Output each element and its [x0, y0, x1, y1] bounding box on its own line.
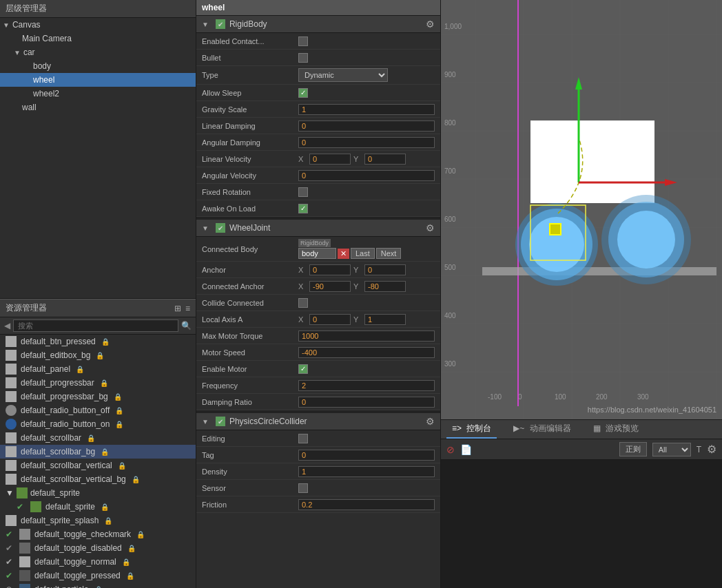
asset-search-input[interactable]: [13, 319, 178, 332]
asset-item[interactable]: default_scrollbar 🔒: [0, 431, 196, 445]
tab-animation[interactable]: ▶~ 动画编辑器: [508, 420, 576, 439]
asset-item[interactable]: default_progressbar_bg 🔒: [0, 390, 196, 403]
motor-speed-input[interactable]: [298, 347, 435, 358]
editing-checkbox[interactable]: [298, 434, 308, 443]
asset-item-label: default_sprite: [45, 502, 95, 512]
tree-item-car[interactable]: ▼ car: [0, 45, 196, 59]
tree-item-wall[interactable]: ▶ wall: [0, 101, 196, 114]
connected-anchor-row: Connected Anchor X Y: [196, 278, 440, 295]
circle-collider-gear[interactable]: ⚙: [426, 416, 435, 427]
wheeljoint-gear[interactable]: ⚙: [426, 222, 435, 233]
asset-menu-icon[interactable]: ≡: [185, 304, 190, 313]
asset-item[interactable]: default_panel 🔒: [0, 362, 196, 376]
density-input[interactable]: [298, 466, 435, 477]
asset-item[interactable]: default_progressbar 🔒: [0, 376, 196, 390]
lock-icon: 🔒: [118, 462, 126, 470]
max-motor-torque-input[interactable]: [298, 330, 435, 342]
tree-item-wheel2[interactable]: ▶ wheel2: [0, 87, 196, 101]
bullet-checkbox[interactable]: [298, 53, 308, 63]
local-axis-x-input[interactable]: [309, 314, 351, 325]
tree-item-main-camera[interactable]: ▶ Main Camera: [0, 32, 196, 45]
asset-icon: [6, 419, 17, 430]
circle-collider-toggle[interactable]: ✔: [216, 417, 225, 426]
rigidbody-gear[interactable]: ⚙: [426, 19, 435, 30]
type-select[interactable]: Dynamic Static Kinematic: [298, 68, 388, 82]
angular-damping-input[interactable]: [298, 137, 435, 148]
linear-damping-input[interactable]: [298, 120, 435, 132]
asset-search-icon[interactable]: 🔍: [181, 321, 192, 330]
asset-item[interactable]: default_btn_pressed 🔒: [0, 335, 196, 348]
anchor-x-input[interactable]: [309, 264, 351, 275]
asset-item[interactable]: ✔ default_toggle_pressed 🔒: [0, 569, 196, 582]
sensor-label: Sensor: [202, 484, 298, 492]
circle-collider-collapse[interactable]: ▼: [202, 418, 209, 426]
clear-icon[interactable]: ⊘: [446, 444, 455, 455]
console-area[interactable]: [441, 460, 722, 588]
asset-back-icon[interactable]: ◀: [4, 321, 10, 330]
allow-sleep-checkbox[interactable]: [298, 88, 308, 98]
linear-velocity-x-input[interactable]: [309, 154, 351, 165]
svg-text:-100: -100: [488, 393, 502, 401]
filter-select[interactable]: All Error Warn Info: [652, 443, 691, 456]
settings-icon[interactable]: ⚙: [707, 443, 716, 456]
wheel-component-name: wheel: [202, 3, 225, 12]
asset-item[interactable]: default_sprite_splash 🔒: [0, 514, 196, 527]
canvas-arrow[interactable]: ▼: [3, 21, 10, 29]
car-arrow[interactable]: ▼: [14, 49, 21, 56]
asset-item[interactable]: ⊙ default-particle 🔒: [0, 582, 196, 588]
tree-item-wheel[interactable]: ▶ wheel: [0, 73, 196, 87]
regex-button[interactable]: 正则: [619, 442, 647, 456]
scene-canvas[interactable]: 1,000 900 800 700 600 500 400 300 -100 0…: [441, 0, 722, 419]
asset-item[interactable]: default_radio_button_off 🔒: [0, 403, 196, 417]
rigidbody-collapse[interactable]: ▼: [202, 21, 209, 28]
linear-velocity-y-input[interactable]: [364, 154, 406, 165]
asset-item[interactable]: default_scrollbar_vertical 🔒: [0, 459, 196, 472]
tab-game-preview[interactable]: ▦ 游戏预览: [588, 420, 644, 439]
friction-input[interactable]: [298, 499, 435, 510]
next-body-button[interactable]: Next: [376, 248, 402, 259]
asset-item[interactable]: ✔ default_toggle_disabled 🔒: [0, 541, 196, 555]
tag-input[interactable]: [298, 450, 435, 461]
asset-icon: [6, 474, 17, 485]
sensor-checkbox[interactable]: [298, 483, 308, 493]
wheeljoint-toggle[interactable]: ✔: [216, 223, 225, 233]
asset-item[interactable]: ✔ default_toggle_checkmark 🔒: [0, 527, 196, 541]
last-body-button[interactable]: Last: [351, 248, 375, 259]
anchor-y-input[interactable]: [364, 264, 406, 275]
asset-item[interactable]: ✔ default_toggle_normal 🔒: [0, 555, 196, 569]
connected-body-input[interactable]: [298, 248, 336, 259]
collide-connected-checkbox[interactable]: [298, 298, 308, 308]
asset-item[interactable]: ✔ default_sprite 🔒: [0, 500, 196, 514]
tab-console[interactable]: ≡> 控制台: [446, 420, 497, 439]
awake-on-load-checkbox[interactable]: [298, 204, 308, 213]
gravity-scale-input[interactable]: [298, 104, 435, 115]
fixed-rotation-checkbox[interactable]: [298, 187, 308, 197]
asset-folder-sprite[interactable]: ▼ default_sprite: [0, 486, 196, 500]
font-icon[interactable]: T: [697, 445, 701, 454]
connected-anchor-x-input[interactable]: [309, 281, 351, 292]
asset-item-scrollbar-bg[interactable]: default_scrollbar_bg 🔒: [0, 445, 196, 459]
asset-item[interactable]: default_editbox_bg 🔒: [0, 348, 196, 362]
enabled-contacts-row: Enabled Contact...: [196, 33, 440, 50]
tree-item-body[interactable]: ▶ body: [0, 59, 196, 73]
enable-motor-checkbox[interactable]: [298, 364, 308, 374]
local-axis-y-input[interactable]: [364, 314, 406, 325]
frequency-input[interactable]: [298, 380, 435, 391]
svg-text:100: 100: [555, 393, 566, 401]
damping-ratio-input[interactable]: [298, 397, 435, 408]
tree-item-canvas[interactable]: ▼ Canvas: [0, 18, 196, 32]
asset-item[interactable]: default_radio_button_on 🔒: [0, 417, 196, 431]
lock-icon: 🔒: [136, 531, 145, 538]
max-motor-torque-row: Max Motor Torque: [196, 328, 440, 344]
asset-item[interactable]: default_scrollbar_vertical_bg 🔒: [0, 472, 196, 486]
angular-velocity-input[interactable]: [298, 170, 435, 181]
wheeljoint-collapse[interactable]: ▼: [202, 224, 209, 232]
log-icon[interactable]: 📄: [460, 444, 472, 455]
scene-view[interactable]: 使用鼠标右键平移视窗画布: [441, 0, 722, 419]
enabled-contacts-checkbox[interactable]: [298, 36, 308, 46]
asset-layout-icon[interactable]: ⊞: [174, 304, 181, 313]
clear-body-button[interactable]: ✕: [338, 249, 349, 259]
connected-anchor-y-input[interactable]: [364, 281, 406, 292]
bottom-tabs: ≡> 控制台 ▶~ 动画编辑器 ▦ 游戏预览: [441, 420, 722, 439]
rigidbody-toggle[interactable]: ✔: [216, 19, 225, 29]
